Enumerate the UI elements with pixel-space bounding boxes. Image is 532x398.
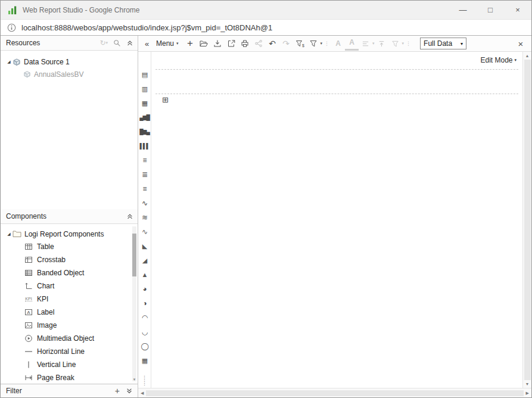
components-scrollbar[interactable]: ▼	[132, 226, 136, 381]
main-area: « Menu▾ + ↶	[138, 36, 531, 397]
strip-area-chart-icon[interactable]: ≋	[138, 210, 151, 225]
collapse-panel-icon[interactable]	[126, 213, 133, 220]
new-button[interactable]: +	[183, 36, 197, 51]
horizontal-scrollbar[interactable]: ◀ ▶	[138, 388, 531, 397]
component-item-vertical-line[interactable]: Vertical Line	[1, 358, 138, 371]
filter-formula-icon[interactable]: $	[293, 36, 307, 51]
strip-line-chart-icon[interactable]: ∿	[138, 196, 151, 210]
strip-arc-chart-icon[interactable]: ◠	[138, 310, 151, 325]
strip-banded-icon[interactable]: ▦	[138, 96, 151, 110]
undo-icon[interactable]: ↶	[266, 36, 279, 51]
scroll-down-icon[interactable]: ▼	[525, 382, 530, 386]
folder-icon	[13, 230, 21, 238]
export-icon[interactable]	[225, 36, 238, 51]
expand-panel-icon[interactable]	[126, 387, 133, 394]
vertical-scroll-thumb[interactable]	[524, 60, 531, 380]
conditional-filter-icon[interactable]	[388, 36, 402, 51]
component-label: Chart	[37, 282, 54, 290]
chevron-down-icon: ▾	[461, 41, 463, 46]
add-filter-icon[interactable]: +	[115, 387, 120, 395]
data-mode-select[interactable]: Full Data ▾	[420, 38, 466, 49]
tree-item-components-root[interactable]: ◢ Logi Report Components	[1, 228, 138, 240]
tree-item-data-source[interactable]: ◢ Data Source 1	[1, 55, 138, 68]
strip-more-icon[interactable]: ⋮⋮	[142, 375, 147, 388]
component-item-horizontal-line[interactable]: Horizontal Line	[1, 345, 138, 358]
component-label: Vertical Line	[37, 360, 76, 369]
component-item-multimedia-object[interactable]: Multimedia Object	[1, 332, 138, 345]
component-item-label[interactable]: A Label	[1, 306, 138, 319]
component-strip: ▤ ▥ ▦ ▄▆█ █▆▄ ▌▌▌ ≡ ≣ ≡ ∿ ≋ ∿ ◣ ◢ ▲ ◕ ◑	[138, 52, 151, 388]
url-text[interactable]: localhost:8888/webos/app/webstudio/index…	[21, 23, 272, 32]
align-icon[interactable]	[359, 36, 372, 51]
scroll-right-icon[interactable]: ▶	[526, 391, 529, 396]
component-item-kpi[interactable]: KPI KPI	[1, 293, 138, 306]
resources-header-icons: ↻▾	[99, 39, 133, 47]
horizontal-scroll-thumb[interactable]	[146, 390, 523, 396]
close-window-button[interactable]: ×	[504, 1, 531, 19]
strip-bar-chart-icon[interactable]: ▄▆█	[138, 110, 151, 125]
save-icon[interactable]	[211, 36, 225, 51]
strip-pie-chart-icon[interactable]: ◕	[138, 282, 151, 296]
strip-crosstab-icon[interactable]: ▥	[138, 82, 151, 96]
edit-mode-label: Edit Mode	[480, 56, 512, 64]
chevron-down-icon: ▾	[176, 41, 179, 46]
strip-hbar-chart-2-icon[interactable]: ≣	[138, 167, 151, 182]
component-item-table[interactable]: Table	[1, 240, 138, 253]
vertical-align-icon[interactable]	[375, 36, 388, 51]
component-label: KPI	[37, 295, 48, 303]
strip-filled-area-icon[interactable]: ◣	[138, 239, 151, 253]
strip-filled-area-2-icon[interactable]: ◢	[138, 253, 151, 268]
insert-position-marker[interactable]: ⊞	[162, 96, 169, 104]
refresh-icon[interactable]: ↻▾	[99, 39, 108, 47]
vertical-scrollbar[interactable]: ▲ ▼	[522, 52, 531, 388]
font-icon[interactable]: A	[331, 36, 345, 51]
strip-gauge-chart-icon[interactable]: ◯	[138, 339, 151, 353]
edit-mode-button[interactable]: Edit Mode ▾	[480, 56, 517, 64]
strip-bar-chart-2-icon[interactable]: █▆▄	[138, 125, 151, 139]
redo-icon[interactable]: ↷	[279, 36, 293, 51]
component-item-crosstab[interactable]: Crosstab	[1, 253, 138, 266]
app-logo-icon	[8, 5, 17, 15]
business-view-icon	[23, 70, 31, 78]
scroll-down-icon[interactable]: ▼	[132, 378, 136, 381]
components-root-label: Logi Report Components	[24, 230, 104, 238]
open-icon[interactable]	[197, 36, 211, 51]
share-icon[interactable]	[252, 36, 266, 51]
component-item-chart[interactable]: Chart	[1, 279, 138, 293]
collapse-panel-icon[interactable]	[126, 39, 133, 46]
strip-hbar-chart-icon[interactable]: ≡	[138, 153, 151, 167]
strip-arc-chart-2-icon[interactable]: ◡	[138, 325, 151, 339]
strip-hbar-chart-3-icon[interactable]: ≡	[138, 182, 151, 196]
resources-panel-header: Resources ↻▾	[1, 36, 138, 51]
site-info-icon[interactable]	[7, 23, 16, 32]
close-report-button[interactable]: ×	[512, 36, 530, 51]
filter-icon[interactable]	[307, 36, 321, 51]
tree-item-business-view[interactable]: AnnualSalesBV	[1, 68, 138, 80]
strip-mountain-icon[interactable]: ▲	[138, 268, 151, 282]
expand-caret-icon[interactable]: ◢	[5, 60, 13, 64]
browser-window: Web Report Studio - Google Chrome — □ × …	[0, 0, 532, 398]
collapse-sidebar-button[interactable]: «	[140, 36, 154, 51]
title-bar[interactable]: Web Report Studio - Google Chrome — □ ×	[1, 1, 531, 19]
maximize-button[interactable]: □	[477, 1, 504, 19]
print-icon[interactable]	[238, 36, 252, 51]
expand-caret-icon[interactable]: ◢	[5, 232, 13, 237]
report-canvas[interactable]: Edit Mode ▾ ⊞	[151, 52, 522, 388]
strip-donut-chart-icon[interactable]: ◑	[138, 296, 151, 310]
search-icon[interactable]	[113, 39, 121, 47]
component-item-page-break[interactable]: Page Break	[1, 371, 138, 384]
image-icon	[24, 321, 33, 329]
scrollbar-thumb[interactable]	[132, 234, 136, 276]
strip-column-chart-icon[interactable]: ▌▌▌	[138, 139, 151, 153]
font-color-icon[interactable]: A	[345, 36, 359, 51]
strip-grid-chart-icon[interactable]: ▦	[138, 353, 151, 368]
strip-curve-chart-icon[interactable]: ∿	[138, 225, 151, 239]
menu-button[interactable]: Menu▾	[154, 36, 183, 51]
address-bar[interactable]: localhost:8888/webos/app/webstudio/index…	[1, 19, 531, 36]
minimize-button[interactable]: —	[449, 1, 477, 19]
component-item-image[interactable]: Image	[1, 319, 138, 332]
scroll-left-icon[interactable]: ◀	[141, 391, 144, 396]
component-item-banded-object[interactable]: Banded Object	[1, 266, 138, 279]
strip-table-icon[interactable]: ▤	[138, 67, 151, 82]
scroll-up-icon[interactable]: ▲	[525, 54, 530, 58]
